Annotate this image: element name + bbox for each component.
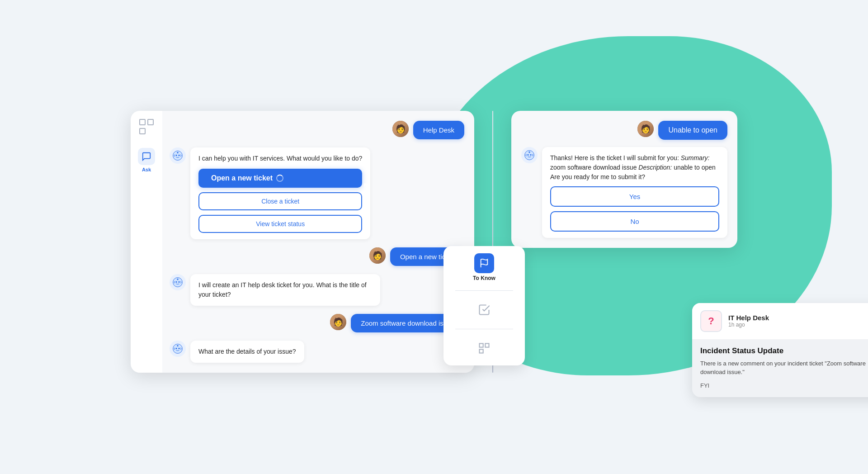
svg-rect-18 [528, 152, 530, 152]
msg-row-helpdesk: Help Desk 🧑 [170, 121, 464, 139]
grid-sq-1 [139, 119, 146, 125]
right-panel: Unable to open 🧑 [511, 111, 737, 248]
bot-msg-text-1: I can help you with IT services. What wo… [198, 155, 362, 162]
confirm-buttons: Yes No [550, 186, 719, 232]
option-buttons: Open a new ticket ↖ Close a ticket View … [198, 169, 362, 233]
user-face-1: 🧑 [392, 121, 409, 137]
grid-sq-3 [139, 128, 146, 134]
loading-spinner [276, 175, 283, 182]
bot-bubble-2: I will create an IT help desk ticket for… [190, 274, 380, 306]
bot-message-start: Thanks! Here is the ticket I will submit… [550, 154, 679, 161]
left-chat-panel: Ask Help Desk 🧑 [131, 111, 474, 373]
bot-bubble-1: I can help you with IT services. What wo… [190, 147, 370, 239]
summary-label: Summary: [681, 154, 710, 161]
svg-point-2 [179, 154, 180, 156]
to-know-item-check[interactable] [474, 300, 494, 320]
notif-app-name: IT Help Desk [728, 314, 868, 322]
msg-row-user-1: Open a new ticket 🧑 [170, 247, 464, 266]
notif-title-area: IT Help Desk 1h ago [728, 314, 868, 328]
right-msg-row-user: Unable to open 🧑 [521, 121, 727, 140]
right-user-avatar: 🧑 [637, 121, 654, 137]
notif-incident-title: Incident Status Update [700, 346, 868, 356]
msg-row-bot-2: I will create an IT help desk ticket for… [170, 274, 464, 306]
svg-point-16 [527, 154, 528, 155]
notif-description: There is a new comment on your incident … [700, 359, 868, 377]
bot-msg-text-3: What are the details of your issue? [198, 348, 296, 355]
svg-point-1 [175, 154, 177, 156]
msg-row-user-2: Zoom software download issue 🧑 [170, 314, 464, 332]
user-avatar-2: 🧑 [369, 247, 386, 264]
notification-card[interactable]: ? IT Help Desk 1h ago › Incident Status … [692, 303, 868, 397]
user-face-2: 🧑 [369, 247, 386, 264]
open-ticket-label: Open a new ticket [211, 174, 273, 182]
sidebar-grid-icon [139, 119, 154, 134]
svg-rect-3 [177, 152, 178, 153]
svg-point-7 [179, 281, 180, 282]
description-label: Description: [638, 164, 672, 171]
right-user-face: 🧑 [637, 121, 654, 137]
to-know-item-flag[interactable]: To Know [473, 253, 495, 281]
notif-header: ? IT Help Desk 1h ago › [692, 303, 868, 339]
bot-avatar-2 [170, 274, 186, 290]
user-avatar-1: 🧑 [392, 121, 409, 137]
to-know-label: To Know [473, 275, 495, 281]
view-ticket-button[interactable]: View ticket status [198, 215, 362, 233]
svg-rect-13 [177, 345, 178, 346]
to-know-divider-1 [455, 290, 513, 291]
right-bot-msg: Thanks! Here is the ticket I will submit… [550, 154, 716, 180]
bot-avatar-1 [170, 147, 186, 164]
svg-rect-22 [485, 343, 489, 347]
open-new-ticket-button[interactable]: Open a new ticket ↖ [198, 169, 362, 188]
close-ticket-button[interactable]: Close a ticket [198, 192, 362, 210]
question-mark-icon: ? [708, 315, 714, 327]
sidebar: Ask [131, 111, 162, 373]
main-container: Ask Help Desk 🧑 [131, 111, 737, 373]
svg-point-12 [179, 347, 180, 349]
unable-to-open-bubble: Unable to open [658, 121, 727, 140]
sidebar-ask-label: Ask [142, 167, 151, 172]
to-know-panel: To Know [443, 246, 525, 365]
msg-row-bot-3: What are the details of your issue? [170, 341, 464, 363]
svg-rect-23 [480, 349, 483, 353]
svg-rect-8 [177, 279, 178, 280]
right-bot-bubble: Thanks! Here is the ticket I will submit… [542, 147, 727, 238]
helpdesk-bubble: Help Desk [413, 121, 464, 139]
msg-row-bot-1: I can help you with IT services. What wo… [170, 147, 464, 239]
to-know-flag-icon [474, 253, 494, 273]
ask-icon [138, 148, 155, 165]
notif-body: Incident Status Update There is a new co… [692, 339, 868, 397]
no-button[interactable]: No [550, 211, 719, 232]
notif-fyi-tag: FYI [700, 382, 868, 389]
grid-icon [474, 338, 494, 358]
bot-avatar-3 [170, 341, 186, 357]
notif-time: 1h ago [728, 322, 868, 328]
sidebar-item-ask[interactable]: Ask [138, 148, 155, 172]
bot-msg-text-2: I will create an IT help desk ticket for… [198, 281, 367, 298]
right-bot-avatar [521, 147, 538, 163]
svg-point-6 [175, 281, 177, 282]
grid-sq-2 [147, 119, 154, 125]
right-msg-row-bot: Thanks! Here is the ticket I will submit… [521, 147, 727, 238]
yes-button[interactable]: Yes [550, 186, 719, 207]
chat-body: Help Desk 🧑 [162, 111, 474, 373]
user-face-3: 🧑 [330, 314, 346, 330]
to-know-divider-2 [455, 329, 513, 329]
user-avatar-3: 🧑 [330, 314, 346, 330]
check-icon [474, 300, 494, 320]
svg-point-11 [175, 347, 177, 349]
bot-bubble-3: What are the details of your issue? [190, 341, 304, 363]
summary-value: zoom software download issue [550, 164, 637, 171]
svg-point-17 [530, 154, 532, 155]
svg-rect-21 [480, 343, 483, 347]
notif-icon-box: ? [700, 310, 722, 332]
right-chat-panel: Unable to open 🧑 [511, 111, 737, 248]
to-know-item-grid[interactable] [474, 338, 494, 358]
cursor-icon: ↖ [363, 180, 370, 191]
